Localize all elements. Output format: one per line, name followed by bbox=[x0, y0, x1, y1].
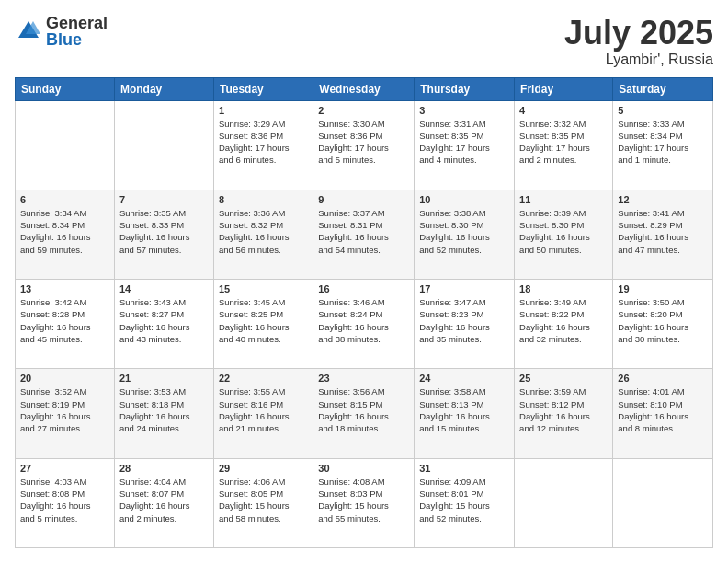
day-number: 18 bbox=[519, 283, 608, 294]
day-info: Sunrise: 3:52 AM Sunset: 8:19 PM Dayligh… bbox=[20, 385, 109, 434]
calendar-cell-w3-d7: 19Sunrise: 3:50 AM Sunset: 8:20 PM Dayli… bbox=[613, 280, 713, 369]
calendar-cell-w1-d5: 3Sunrise: 3:31 AM Sunset: 8:35 PM Daylig… bbox=[415, 100, 515, 190]
day-info: Sunrise: 3:46 AM Sunset: 8:24 PM Dayligh… bbox=[318, 296, 409, 345]
col-thursday: Thursday bbox=[415, 77, 515, 100]
calendar-cell-w1-d1 bbox=[16, 100, 115, 190]
day-number: 15 bbox=[219, 283, 308, 294]
day-info: Sunrise: 3:36 AM Sunset: 8:32 PM Dayligh… bbox=[219, 207, 308, 256]
calendar-cell-w5-d3: 29Sunrise: 4:06 AM Sunset: 8:05 PM Dayli… bbox=[213, 458, 313, 547]
calendar-cell-w3-d4: 16Sunrise: 3:46 AM Sunset: 8:24 PM Dayli… bbox=[313, 280, 415, 369]
page: General Blue July 2025 Lyambir', Russia … bbox=[0, 0, 728, 563]
day-info: Sunrise: 3:59 AM Sunset: 8:12 PM Dayligh… bbox=[519, 385, 608, 434]
day-info: Sunrise: 4:01 AM Sunset: 8:10 PM Dayligh… bbox=[618, 385, 708, 434]
calendar-cell-w3-d1: 13Sunrise: 3:42 AM Sunset: 8:28 PM Dayli… bbox=[16, 280, 115, 369]
day-number: 26 bbox=[618, 373, 708, 384]
day-number: 1 bbox=[219, 105, 308, 116]
day-number: 9 bbox=[318, 194, 409, 205]
day-number: 10 bbox=[419, 194, 509, 205]
calendar-cell-w1-d2 bbox=[114, 100, 213, 190]
day-info: Sunrise: 4:03 AM Sunset: 8:08 PM Dayligh… bbox=[20, 476, 109, 524]
month-title: July 2025 bbox=[564, 15, 713, 52]
logo: General Blue bbox=[15, 15, 108, 48]
calendar-cell-w5-d1: 27Sunrise: 4:03 AM Sunset: 8:08 PM Dayli… bbox=[16, 458, 115, 547]
col-wednesday: Wednesday bbox=[313, 77, 415, 100]
day-number: 27 bbox=[20, 463, 109, 474]
day-number: 14 bbox=[119, 283, 209, 294]
day-info: Sunrise: 4:09 AM Sunset: 8:01 PM Dayligh… bbox=[419, 476, 509, 524]
day-info: Sunrise: 3:39 AM Sunset: 8:30 PM Dayligh… bbox=[519, 207, 608, 256]
calendar-cell-w2-d5: 10Sunrise: 3:38 AM Sunset: 8:30 PM Dayli… bbox=[415, 190, 515, 279]
day-number: 22 bbox=[219, 373, 308, 384]
calendar-cell-w3-d6: 18Sunrise: 3:49 AM Sunset: 8:22 PM Dayli… bbox=[515, 280, 613, 369]
logo-blue-text: Blue bbox=[46, 31, 108, 48]
col-tuesday: Tuesday bbox=[213, 77, 313, 100]
col-saturday: Saturday bbox=[613, 77, 713, 100]
calendar-cell-w5-d7 bbox=[613, 458, 713, 547]
day-number: 12 bbox=[618, 194, 708, 205]
day-info: Sunrise: 3:37 AM Sunset: 8:31 PM Dayligh… bbox=[318, 207, 409, 256]
day-info: Sunrise: 3:32 AM Sunset: 8:35 PM Dayligh… bbox=[519, 118, 608, 167]
calendar-cell-w5-d4: 30Sunrise: 4:08 AM Sunset: 8:03 PM Dayli… bbox=[313, 458, 415, 547]
calendar-cell-w5-d6 bbox=[515, 458, 613, 547]
day-info: Sunrise: 4:06 AM Sunset: 8:05 PM Dayligh… bbox=[219, 476, 308, 524]
calendar-week-1: 1Sunrise: 3:29 AM Sunset: 8:36 PM Daylig… bbox=[16, 100, 713, 190]
day-info: Sunrise: 4:08 AM Sunset: 8:03 PM Dayligh… bbox=[318, 476, 409, 524]
calendar-cell-w3-d2: 14Sunrise: 3:43 AM Sunset: 8:27 PM Dayli… bbox=[114, 280, 213, 369]
day-number: 3 bbox=[419, 105, 509, 116]
day-info: Sunrise: 3:42 AM Sunset: 8:28 PM Dayligh… bbox=[20, 296, 109, 345]
day-info: Sunrise: 3:55 AM Sunset: 8:16 PM Dayligh… bbox=[219, 385, 308, 434]
day-info: Sunrise: 3:30 AM Sunset: 8:36 PM Dayligh… bbox=[318, 118, 409, 167]
calendar-cell-w3-d3: 15Sunrise: 3:45 AM Sunset: 8:25 PM Dayli… bbox=[213, 280, 313, 369]
calendar-cell-w5-d2: 28Sunrise: 4:04 AM Sunset: 8:07 PM Dayli… bbox=[114, 458, 213, 547]
day-number: 13 bbox=[20, 283, 109, 294]
day-info: Sunrise: 3:29 AM Sunset: 8:36 PM Dayligh… bbox=[219, 118, 308, 167]
day-number: 20 bbox=[20, 373, 109, 384]
calendar-cell-w4-d4: 23Sunrise: 3:56 AM Sunset: 8:15 PM Dayli… bbox=[313, 369, 415, 458]
day-number: 5 bbox=[618, 105, 708, 116]
col-monday: Monday bbox=[114, 77, 213, 100]
day-number: 2 bbox=[318, 105, 409, 116]
day-info: Sunrise: 3:58 AM Sunset: 8:13 PM Dayligh… bbox=[419, 385, 509, 434]
calendar-table: Sunday Monday Tuesday Wednesday Thursday… bbox=[15, 77, 713, 548]
calendar-cell-w1-d3: 1Sunrise: 3:29 AM Sunset: 8:36 PM Daylig… bbox=[213, 100, 313, 190]
day-info: Sunrise: 4:04 AM Sunset: 8:07 PM Dayligh… bbox=[119, 476, 209, 524]
col-sunday: Sunday bbox=[16, 77, 115, 100]
logo-icon bbox=[15, 17, 42, 45]
calendar-cell-w2-d4: 9Sunrise: 3:37 AM Sunset: 8:31 PM Daylig… bbox=[313, 190, 415, 279]
day-info: Sunrise: 3:38 AM Sunset: 8:30 PM Dayligh… bbox=[419, 207, 509, 256]
calendar-cell-w2-d3: 8Sunrise: 3:36 AM Sunset: 8:32 PM Daylig… bbox=[213, 190, 313, 279]
day-info: Sunrise: 3:33 AM Sunset: 8:34 PM Dayligh… bbox=[618, 118, 708, 167]
calendar-cell-w1-d4: 2Sunrise: 3:30 AM Sunset: 8:36 PM Daylig… bbox=[313, 100, 415, 190]
location: Lyambir', Russia bbox=[564, 52, 713, 68]
header: General Blue July 2025 Lyambir', Russia bbox=[15, 15, 713, 68]
day-number: 6 bbox=[20, 194, 109, 205]
day-number: 31 bbox=[419, 463, 509, 474]
calendar-week-4: 20Sunrise: 3:52 AM Sunset: 8:19 PM Dayli… bbox=[16, 369, 713, 458]
day-number: 7 bbox=[119, 194, 209, 205]
col-friday: Friday bbox=[515, 77, 613, 100]
day-number: 29 bbox=[219, 463, 308, 474]
calendar-cell-w2-d6: 11Sunrise: 3:39 AM Sunset: 8:30 PM Dayli… bbox=[515, 190, 613, 279]
day-info: Sunrise: 3:47 AM Sunset: 8:23 PM Dayligh… bbox=[419, 296, 509, 345]
day-number: 28 bbox=[119, 463, 209, 474]
calendar-cell-w4-d6: 25Sunrise: 3:59 AM Sunset: 8:12 PM Dayli… bbox=[515, 369, 613, 458]
calendar-cell-w1-d7: 5Sunrise: 3:33 AM Sunset: 8:34 PM Daylig… bbox=[613, 100, 713, 190]
calendar-cell-w4-d7: 26Sunrise: 4:01 AM Sunset: 8:10 PM Dayli… bbox=[613, 369, 713, 458]
calendar-cell-w1-d6: 4Sunrise: 3:32 AM Sunset: 8:35 PM Daylig… bbox=[515, 100, 613, 190]
calendar-cell-w4-d1: 20Sunrise: 3:52 AM Sunset: 8:19 PM Dayli… bbox=[16, 369, 115, 458]
day-number: 8 bbox=[219, 194, 308, 205]
day-number: 30 bbox=[318, 463, 409, 474]
day-number: 11 bbox=[519, 194, 608, 205]
calendar-week-5: 27Sunrise: 4:03 AM Sunset: 8:08 PM Dayli… bbox=[16, 458, 713, 547]
day-info: Sunrise: 3:56 AM Sunset: 8:15 PM Dayligh… bbox=[318, 385, 409, 434]
calendar-week-2: 6Sunrise: 3:34 AM Sunset: 8:34 PM Daylig… bbox=[16, 190, 713, 279]
calendar-cell-w2-d7: 12Sunrise: 3:41 AM Sunset: 8:29 PM Dayli… bbox=[613, 190, 713, 279]
calendar-cell-w2-d2: 7Sunrise: 3:35 AM Sunset: 8:33 PM Daylig… bbox=[114, 190, 213, 279]
day-number: 17 bbox=[419, 283, 509, 294]
day-number: 19 bbox=[618, 283, 708, 294]
calendar-cell-w4-d5: 24Sunrise: 3:58 AM Sunset: 8:13 PM Dayli… bbox=[415, 369, 515, 458]
calendar-cell-w3-d5: 17Sunrise: 3:47 AM Sunset: 8:23 PM Dayli… bbox=[415, 280, 515, 369]
day-info: Sunrise: 3:34 AM Sunset: 8:34 PM Dayligh… bbox=[20, 207, 109, 256]
title-block: July 2025 Lyambir', Russia bbox=[564, 15, 713, 68]
day-info: Sunrise: 3:50 AM Sunset: 8:20 PM Dayligh… bbox=[618, 296, 708, 345]
